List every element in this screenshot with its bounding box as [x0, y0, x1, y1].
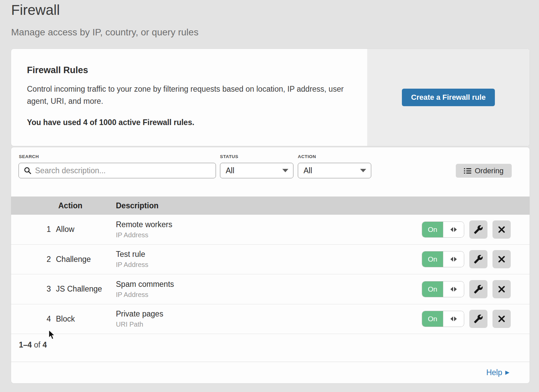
rule-enabled-toggle[interactable]: On — [422, 251, 464, 267]
action-select-value: All — [304, 166, 312, 175]
toggle-arrows-icon — [443, 311, 464, 327]
rule-priority: 2 — [11, 255, 56, 264]
rule-field: URI Path — [116, 321, 163, 328]
table-body: 1 Allow Remote workers IP Address On — [11, 215, 530, 334]
column-header-description: Description — [116, 201, 159, 210]
search-icon — [24, 167, 32, 175]
table-row: 2 Challenge Test rule IP Address On — [11, 245, 530, 275]
rule-enabled-toggle[interactable]: On — [422, 281, 464, 297]
rule-field: IP Address — [116, 261, 148, 269]
rule-action: JS Challenge — [56, 284, 116, 294]
rule-action: Block — [56, 314, 116, 324]
rules-card: SEARCH STATUS All ACTION All Ordering Ac… — [11, 147, 530, 383]
edit-rule-button[interactable] — [469, 250, 487, 268]
toggle-arrows-icon — [443, 251, 464, 267]
wrench-icon — [474, 225, 483, 234]
rule-priority: 4 — [11, 314, 56, 324]
rule-action: Challenge — [56, 255, 116, 264]
ordered-list-icon — [464, 168, 471, 174]
search-label: SEARCH — [19, 154, 39, 159]
close-icon — [498, 255, 506, 263]
help-link[interactable]: Help ▶ — [486, 368, 509, 377]
edit-rule-button[interactable] — [469, 220, 487, 239]
delete-rule-button[interactable] — [493, 280, 511, 298]
overview-heading: Firewall Rules — [27, 65, 354, 76]
rule-controls: On — [422, 280, 511, 298]
rule-controls: On — [422, 220, 511, 239]
usage-note: You have used 4 of 1000 active Firewall … — [27, 118, 354, 127]
pagination-total: 4 — [42, 340, 47, 349]
toggle-arrows-icon — [443, 222, 464, 237]
edit-rule-button[interactable] — [469, 280, 487, 298]
rule-description: Private pages — [116, 309, 163, 319]
page-title: Firewall — [11, 2, 60, 18]
chevron-down-icon — [360, 169, 366, 172]
wrench-icon — [474, 254, 483, 264]
rule-description: Test rule — [116, 250, 148, 259]
delete-rule-button[interactable] — [493, 220, 511, 239]
close-icon — [498, 225, 506, 234]
help-link-label: Help — [486, 368, 502, 377]
search-input[interactable] — [35, 166, 211, 175]
status-select-value: All — [226, 166, 234, 175]
rule-description: Remote workers — [116, 220, 172, 229]
toggle-on-label: On — [422, 281, 443, 297]
overview-card: Firewall Rules Control incoming traffic … — [11, 49, 530, 146]
arrow-right-icon: ▶ — [505, 370, 509, 375]
wrench-icon — [474, 284, 483, 294]
rule-priority: 1 — [11, 225, 56, 234]
rule-controls: On — [422, 250, 511, 268]
table-header: Action Description — [11, 197, 530, 215]
status-select[interactable]: All — [220, 163, 293, 178]
column-header-action: Action — [58, 201, 83, 210]
ordering-button[interactable]: Ordering — [456, 164, 512, 178]
status-label: STATUS — [220, 154, 238, 159]
table-row: 4 Block Private pages URI Path On — [11, 304, 530, 334]
pagination-range: 1–4 — [19, 340, 32, 349]
rule-description-cell: Private pages URI Path — [116, 309, 163, 328]
delete-rule-button[interactable] — [493, 310, 511, 328]
ordering-button-label: Ordering — [475, 167, 504, 175]
table-row: 1 Allow Remote workers IP Address On — [11, 215, 530, 245]
overview-cta-panel: Create a Firewall rule — [367, 49, 530, 146]
search-field[interactable] — [19, 163, 216, 178]
rule-description-cell: Test rule IP Address — [116, 250, 148, 269]
overview-description: Control incoming traffic to your zone by… — [27, 83, 350, 107]
action-select[interactable]: All — [298, 163, 371, 178]
rule-enabled-toggle[interactable]: On — [422, 222, 464, 237]
pagination: 1–4 of 4 — [19, 340, 47, 350]
rule-field: IP Address — [116, 231, 172, 239]
create-firewall-rule-button[interactable]: Create a Firewall rule — [402, 89, 495, 106]
toggle-arrows-icon — [443, 281, 464, 297]
toggle-on-label: On — [422, 251, 443, 267]
overview-content: Firewall Rules Control incoming traffic … — [11, 49, 367, 146]
delete-rule-button[interactable] — [493, 250, 511, 268]
rule-priority: 3 — [11, 284, 56, 294]
help-footer: Help ▶ — [11, 362, 530, 383]
edit-rule-button[interactable] — [469, 310, 487, 328]
rule-field: IP Address — [116, 291, 174, 299]
chevron-down-icon — [282, 169, 288, 172]
rule-action: Allow — [56, 225, 116, 234]
close-icon — [498, 285, 506, 293]
close-icon — [498, 315, 506, 323]
rule-description-cell: Spam comments IP Address — [116, 280, 174, 299]
rule-description-cell: Remote workers IP Address — [116, 220, 172, 239]
rule-controls: On — [422, 310, 511, 328]
toggle-on-label: On — [422, 222, 443, 237]
toggle-on-label: On — [422, 311, 443, 327]
pagination-of: of — [34, 340, 40, 349]
table-row: 3 JS Challenge Spam comments IP Address … — [11, 274, 530, 304]
rule-description: Spam comments — [116, 280, 174, 289]
wrench-icon — [474, 314, 483, 324]
action-label: ACTION — [298, 154, 316, 159]
rule-enabled-toggle[interactable]: On — [422, 311, 464, 327]
page-subtitle: Manage access by IP, country, or query r… — [11, 27, 198, 38]
